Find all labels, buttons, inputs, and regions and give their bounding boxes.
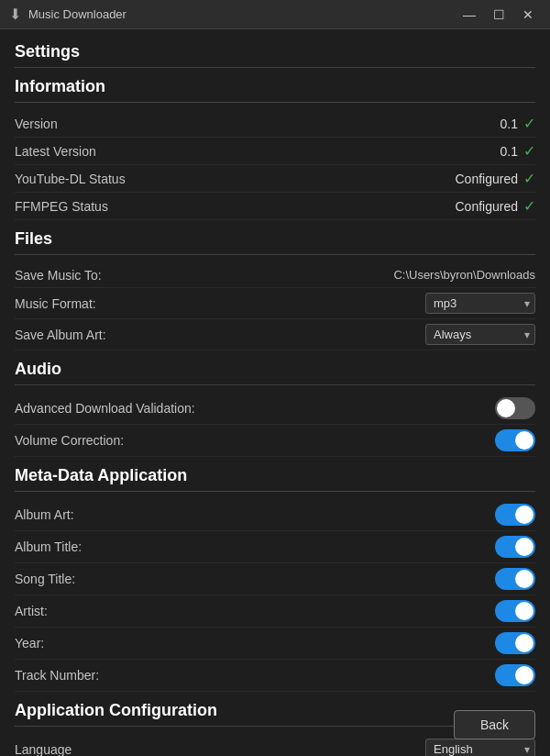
advanced-download-label: Advanced Download Validation: xyxy=(15,401,195,416)
album-title-label: Album Title: xyxy=(15,539,82,554)
settings-panel: Settings Information Version 0.1 ✓ Lates… xyxy=(0,29,550,756)
album-art-toggle[interactable] xyxy=(495,504,535,526)
files-section-title: Files xyxy=(15,229,535,255)
save-album-art-row: Save Album Art: Always Never If Missing xyxy=(15,319,535,350)
album-art-row: Album Art: xyxy=(15,499,535,531)
save-music-value: C:\Users\byron\Downloads xyxy=(393,268,535,282)
track-number-toggle[interactable] xyxy=(495,664,535,686)
latest-version-value: 0.1 ✓ xyxy=(500,142,535,160)
version-number: 0.1 xyxy=(500,117,518,131)
title-bar: ⬇ Music Downloader — ☐ ✕ xyxy=(0,0,550,29)
track-number-row: Track Number: xyxy=(15,660,535,692)
music-format-label: Music Format: xyxy=(15,296,96,311)
volume-correction-toggle[interactable] xyxy=(495,429,535,451)
track-number-label: Track Number: xyxy=(15,668,99,683)
audio-section-title: Audio xyxy=(15,360,535,385)
artist-row: Artist: xyxy=(15,595,535,628)
latest-version-row: Latest Version 0.1 ✓ xyxy=(15,138,535,165)
album-art-label: Album Art: xyxy=(15,507,74,522)
ffmpeg-value: Configured ✓ xyxy=(456,197,536,215)
artist-toggle[interactable] xyxy=(495,600,535,622)
youtubedl-status-icon: ✓ xyxy=(523,170,535,187)
maximize-button[interactable]: ☐ xyxy=(486,6,512,24)
youtubedl-status-text: Configured xyxy=(456,172,519,186)
version-row: Version 0.1 ✓ xyxy=(15,110,535,138)
latest-version-number: 0.1 xyxy=(500,144,518,159)
version-label: Version xyxy=(15,117,58,131)
save-album-art-label: Save Album Art: xyxy=(15,328,106,342)
song-title-row: Song Title: xyxy=(15,563,535,595)
latest-version-status-icon: ✓ xyxy=(523,142,535,160)
save-music-row: Save Music To: C:\Users\byron\Downloads xyxy=(15,262,535,288)
language-dropdown[interactable]: English Spanish French German xyxy=(425,739,535,756)
latest-version-label: Latest Version xyxy=(15,144,96,159)
back-button-wrap: Back xyxy=(454,710,535,739)
year-label: Year: xyxy=(15,636,44,650)
song-title-label: Song Title: xyxy=(15,572,75,586)
language-label: Language xyxy=(15,742,72,757)
version-value: 0.1 ✓ xyxy=(500,115,535,132)
youtubedl-row: YouTube-DL Status Configured ✓ xyxy=(15,165,535,193)
window-controls: — ☐ ✕ xyxy=(456,6,541,24)
ffmpeg-label: FFMPEG Status xyxy=(15,199,108,214)
ffmpeg-row: FFMPEG Status Configured ✓ xyxy=(15,193,535,220)
app-icon: ⬇ xyxy=(9,6,21,23)
back-button[interactable]: Back xyxy=(454,710,535,739)
language-dropdown-wrap: English Spanish French German xyxy=(425,739,535,756)
volume-correction-row: Volume Correction: xyxy=(15,425,535,457)
minimize-button[interactable]: — xyxy=(456,6,482,24)
close-button[interactable]: ✕ xyxy=(515,6,541,24)
youtubedl-value: Configured ✓ xyxy=(456,170,536,187)
version-status-icon: ✓ xyxy=(523,115,535,132)
year-toggle[interactable] xyxy=(495,632,535,654)
advanced-download-row: Advanced Download Validation: xyxy=(15,393,535,425)
save-album-art-dropdown-wrap: Always Never If Missing xyxy=(425,324,535,345)
advanced-download-toggle[interactable] xyxy=(495,397,535,419)
app-title: Music Downloader xyxy=(28,7,456,21)
artist-label: Artist: xyxy=(15,604,48,618)
save-music-label: Save Music To: xyxy=(15,268,102,283)
information-section-title: Information xyxy=(15,77,535,103)
album-title-row: Album Title: xyxy=(15,531,535,563)
music-format-dropdown-wrap: mp3 flac wav aac xyxy=(425,293,535,314)
song-title-toggle[interactable] xyxy=(495,568,535,590)
album-title-toggle[interactable] xyxy=(495,536,535,558)
youtubedl-label: YouTube-DL Status xyxy=(15,172,126,186)
ffmpeg-status-text: Configured xyxy=(456,199,519,214)
save-album-art-dropdown[interactable]: Always Never If Missing xyxy=(425,324,535,345)
volume-correction-label: Volume Correction: xyxy=(15,433,124,448)
metadata-section-title: Meta-Data Application xyxy=(15,466,535,492)
music-format-dropdown[interactable]: mp3 flac wav aac xyxy=(425,293,535,314)
year-row: Year: xyxy=(15,628,535,660)
music-format-row: Music Format: mp3 flac wav aac xyxy=(15,288,535,319)
ffmpeg-status-icon: ✓ xyxy=(523,197,535,215)
page-title: Settings xyxy=(15,42,535,68)
